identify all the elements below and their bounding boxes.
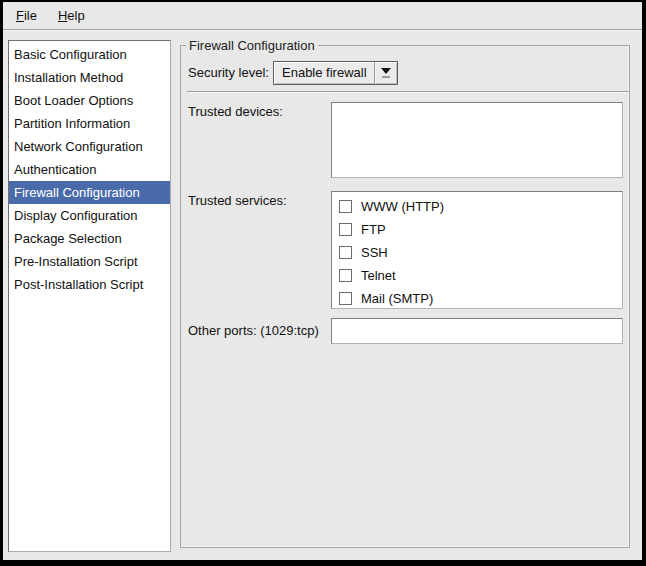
security-level-dropdown[interactable]: Enable firewall [273, 61, 398, 85]
sidebar-item-post-installation-script[interactable]: Post-Installation Script [9, 273, 170, 296]
sidebar-item-partition-information[interactable]: Partition Information [9, 112, 170, 135]
sidebar-item-authentication[interactable]: Authentication [9, 158, 170, 181]
sidebar-item-pre-installation-script[interactable]: Pre-Installation Script [9, 250, 170, 273]
service-row-mail-smtp[interactable]: Mail (SMTP) [332, 287, 622, 309]
security-level-value: Enable firewall [274, 62, 374, 84]
security-level-label: Security level: [188, 61, 269, 85]
service-label: WWW (HTTP) [361, 199, 444, 214]
firewall-configuration-frame: Firewall Configuration Security level: E… [180, 45, 630, 548]
sidebar-item-package-selection[interactable]: Package Selection [9, 227, 170, 250]
checkbox-telnet[interactable] [339, 269, 352, 282]
service-label: SSH [361, 245, 388, 260]
service-label: FTP [361, 222, 386, 237]
sidebar-item-display-configuration[interactable]: Display Configuration [9, 204, 170, 227]
sidebar-item-basic-configuration[interactable]: Basic Configuration [9, 43, 170, 66]
menu-file[interactable]: File [13, 6, 40, 25]
menubar: File Help [3, 2, 642, 30]
service-row-ssh[interactable]: SSH [332, 241, 622, 264]
dropdown-dash-icon [382, 76, 390, 78]
sidebar-item-network-configuration[interactable]: Network Configuration [9, 135, 170, 158]
trusted-devices-label: Trusted devices: [188, 104, 283, 119]
app-window: File Help Basic Configuration Installati… [0, 0, 646, 566]
service-row-www-http[interactable]: WWW (HTTP) [332, 195, 622, 218]
horizontal-separator [187, 91, 629, 92]
section-list[interactable]: Basic Configuration Installation Method … [8, 40, 171, 552]
trusted-services-label: Trusted services: [188, 193, 287, 208]
other-ports-input[interactable] [331, 318, 623, 344]
chevron-down-icon [381, 68, 391, 74]
other-ports-label: Other ports: (1029:tcp) [188, 318, 319, 344]
service-row-ftp[interactable]: FTP [332, 218, 622, 241]
trusted-devices-list[interactable] [331, 102, 623, 178]
menu-help[interactable]: Help [55, 6, 88, 25]
checkbox-ssh[interactable] [339, 246, 352, 259]
sidebar-item-boot-loader-options[interactable]: Boot Loader Options [9, 89, 170, 112]
service-row-telnet[interactable]: Telnet [332, 264, 622, 287]
dropdown-arrow-icon[interactable] [374, 62, 397, 84]
checkbox-www-http[interactable] [339, 200, 352, 213]
service-label: Telnet [361, 268, 396, 283]
frame-title: Firewall Configuration [186, 38, 318, 53]
sidebar-item-firewall-configuration[interactable]: Firewall Configuration [9, 181, 170, 204]
checkbox-mail-smtp[interactable] [339, 292, 352, 305]
sidebar-item-installation-method[interactable]: Installation Method [9, 66, 170, 89]
service-label: Mail (SMTP) [361, 291, 433, 306]
trusted-services-list: WWW (HTTP) FTP SSH Telnet Mail (SMTP) [331, 191, 623, 309]
checkbox-ftp[interactable] [339, 223, 352, 236]
